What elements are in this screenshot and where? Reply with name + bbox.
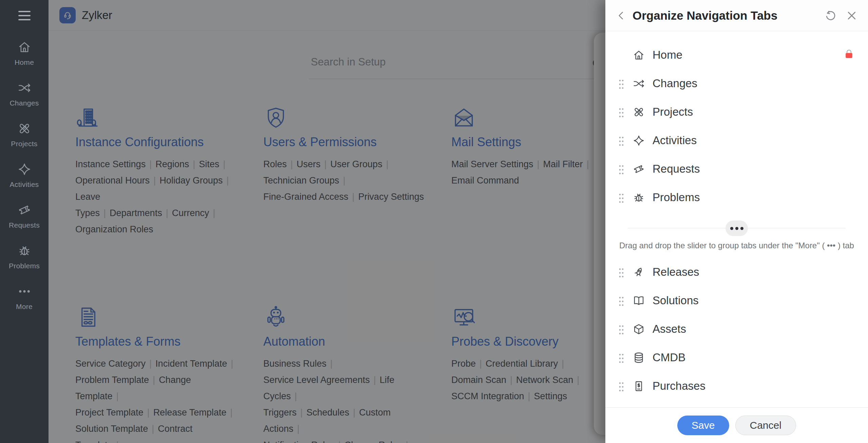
drag-handle-icon[interactable] — [618, 267, 625, 277]
drag-handle-icon[interactable] — [618, 324, 625, 334]
problems-icon — [633, 191, 645, 204]
more-slider-zone — [628, 220, 846, 236]
sidebar-item-changes[interactable]: Changes — [0, 81, 49, 107]
requests-icon — [633, 163, 645, 175]
more-icon — [17, 284, 32, 300]
drag-handle-icon[interactable] — [618, 353, 625, 362]
tab-row-requests[interactable]: Requests — [605, 155, 868, 183]
reset-icon[interactable] — [825, 9, 837, 22]
drag-handle-icon[interactable] — [618, 136, 625, 145]
drag-handle-icon[interactable] — [618, 107, 625, 117]
more-slider-handle[interactable] — [725, 220, 748, 236]
sidebar-item-label: Problems — [9, 262, 40, 270]
drag-handle-icon[interactable] — [618, 79, 625, 88]
tab-label: Changes — [653, 77, 854, 90]
hamburger-menu-icon[interactable] — [0, 0, 49, 31]
tab-row-solutions[interactable]: Solutions — [605, 286, 868, 315]
tab-label: CMDB — [653, 351, 854, 364]
hamburger-bars — [18, 11, 31, 20]
projects-icon — [633, 106, 645, 118]
tab-label: Activities — [653, 134, 854, 147]
tab-row-purchases[interactable]: Purchases — [605, 372, 868, 400]
cancel-button[interactable]: Cancel — [735, 416, 796, 435]
sidebar-item-home[interactable]: Home — [0, 40, 49, 66]
back-icon[interactable] — [616, 10, 627, 21]
sidebar-item-projects[interactable]: Projects — [0, 121, 49, 148]
panel-footer: Save Cancel — [605, 407, 868, 443]
tab-row-home[interactable]: Home — [605, 41, 868, 69]
panel-body: Home Changes Projects Activities — [605, 31, 868, 407]
sidebar-item-requests[interactable]: Requests — [0, 203, 49, 229]
panel-title: Organize Navigation Tabs — [633, 9, 816, 22]
tab-row-cmdb[interactable]: CMDB — [605, 343, 868, 372]
organize-tabs-panel: Organize Navigation Tabs Home Changes — [605, 0, 868, 443]
assets-icon — [633, 323, 645, 335]
changes-icon — [17, 81, 32, 96]
lock-icon — [844, 48, 854, 62]
drag-handle-icon[interactable] — [618, 164, 625, 174]
tab-row-problems[interactable]: Problems — [605, 183, 868, 212]
sidebar-item-label: Activities — [10, 180, 39, 189]
tab-label: Home — [653, 49, 844, 61]
drag-handle-icon[interactable] — [618, 296, 625, 305]
sidebar-item-label: Home — [15, 58, 34, 66]
projects-icon — [17, 121, 32, 137]
cmdb-icon — [633, 351, 645, 364]
tab-row-assets[interactable]: Assets — [605, 315, 868, 343]
tab-row-activities[interactable]: Activities — [605, 126, 868, 155]
sidebar-item-label: Projects — [11, 140, 37, 148]
sidebar-nav: Home Changes Projects Activities Request… — [0, 40, 49, 311]
tab-row-releases[interactable]: Releases — [605, 258, 868, 286]
sidebar-item-label: More — [16, 303, 33, 311]
requests-icon — [17, 203, 32, 218]
problems-icon — [17, 244, 32, 259]
tab-label: Assets — [653, 323, 854, 335]
sidebar-item-more[interactable]: More — [0, 284, 49, 311]
tabs-list-more: Releases Solutions Assets CMDB — [605, 258, 868, 400]
releases-icon — [633, 266, 645, 278]
drag-handle-icon[interactable] — [618, 193, 625, 202]
tab-label: Problems — [653, 191, 854, 204]
solutions-icon — [633, 294, 645, 307]
home-icon — [633, 49, 645, 61]
tabs-list-main: Home Changes Projects Activities — [605, 41, 868, 212]
tab-row-changes[interactable]: Changes — [605, 69, 868, 98]
panel-header: Organize Navigation Tabs — [605, 0, 868, 31]
slider-hint-text: Drag and drop the slider to group tabs u… — [616, 241, 858, 250]
tab-label: Projects — [653, 105, 854, 118]
tab-label: Releases — [653, 266, 854, 278]
app-sidebar: Home Changes Projects Activities Request… — [0, 0, 49, 443]
drag-handle-icon[interactable] — [618, 381, 625, 391]
activities-icon — [633, 134, 645, 147]
tab-label: Solutions — [653, 294, 854, 307]
purchases-icon — [633, 380, 645, 392]
sidebar-item-activities[interactable]: Activities — [0, 162, 49, 189]
sidebar-item-label: Changes — [10, 99, 39, 107]
activities-icon — [17, 162, 32, 178]
changes-icon — [633, 77, 645, 90]
close-icon[interactable] — [846, 9, 858, 22]
sidebar-item-problems[interactable]: Problems — [0, 244, 49, 270]
sidebar-item-label: Requests — [9, 221, 40, 229]
tab-label: Purchases — [653, 380, 854, 392]
tab-row-projects[interactable]: Projects — [605, 98, 868, 126]
save-button[interactable]: Save — [677, 416, 729, 435]
tab-label: Requests — [653, 162, 854, 175]
home-icon — [17, 40, 32, 56]
